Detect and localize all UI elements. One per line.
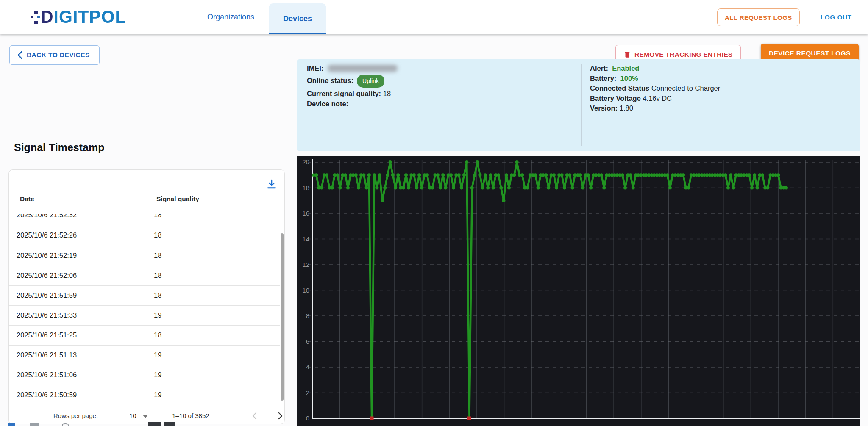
signal-quality-chart: 02468101214161820 — [297, 156, 860, 426]
clipped-icon — [164, 422, 175, 426]
table-row: 2025/10/6 21:51:1319 — [9, 345, 280, 365]
cell-signal-quality: 19 — [154, 391, 161, 399]
cell-signal-quality: 18 — [154, 231, 161, 239]
brand-logo[interactable]: DIGITPOL — [31, 4, 126, 30]
cell-date: 2025/10/6 21:52:26 — [17, 231, 77, 239]
cell-date: 2025/10/6 21:50:59 — [17, 391, 77, 399]
tab-organizations[interactable]: Organizations — [193, 0, 269, 34]
back-to-devices-button[interactable]: BACK TO DEVICES — [9, 45, 100, 65]
table-row: 2025/10/6 21:51:3319 — [9, 305, 280, 325]
device-note-label: Device note: — [307, 100, 348, 108]
cell-signal-quality: 19 — [154, 311, 161, 319]
trash-icon — [623, 50, 631, 59]
uplink-status-badge: Uplink — [357, 75, 384, 88]
clipped-icon — [8, 423, 15, 426]
battery-voltage-label: Battery Voltage — [590, 94, 641, 102]
table-header-row: Date Signal quality — [9, 186, 284, 214]
rows-per-page-label: Rows per page: — [53, 412, 98, 419]
online-status-row: Online status:Uplink — [307, 75, 398, 88]
column-header-signal-quality[interactable]: Signal quality — [156, 195, 199, 203]
chart-canvas[interactable]: 02468101214161820 — [297, 156, 860, 426]
table-row: 2025/10/6 21:51:0619 — [9, 365, 280, 385]
device-info-left-column: IMEI: Online status:Uplink Current signa… — [307, 64, 398, 109]
cell-date: 2025/10/6 21:51:25 — [17, 331, 77, 339]
battery-voltage-value: 4.16v DC — [643, 94, 672, 102]
signal-timestamp-title: Signal Timestamp — [14, 141, 105, 154]
table-row: 2025/10/6 21:51:2518 — [9, 325, 280, 345]
back-to-devices-label: BACK TO DEVICES — [27, 51, 90, 59]
cell-date: 2025/10/6 21:52:06 — [17, 271, 77, 279]
cell-signal-quality: 18 — [154, 291, 161, 299]
imei-row: IMEI: — [307, 64, 398, 74]
device-info-right-column: Alert: Enabled Battery: 100% Connected S… — [590, 64, 720, 113]
info-panel-divider — [581, 64, 582, 146]
cell-date: 2025/10/6 21:51:06 — [17, 371, 77, 379]
main-nav-tabs: Organizations Devices — [193, 0, 326, 34]
svg-text:18: 18 — [302, 184, 309, 191]
logo-pixel-dots-icon — [31, 7, 40, 27]
signal-quality-label: Current signal quality: — [307, 90, 381, 97]
column-header-date[interactable]: Date — [20, 195, 34, 203]
battery-voltage-row: Battery Voltage 4.16v DC — [590, 94, 720, 104]
table-row: 2025/10/6 21:52:32 18 — [9, 214, 280, 225]
version-row: Version: 1.80 — [590, 103, 720, 113]
svg-text:6: 6 — [306, 338, 309, 345]
battery-value: 100% — [620, 75, 638, 82]
cell-date: 2025/10/6 21:52:32 — [17, 214, 77, 219]
remove-tracking-entries-label: REMOVE TRACKING ENTRIES — [634, 51, 733, 58]
device-note-row: Device note: — [307, 99, 398, 109]
alert-row: Alert: Enabled — [590, 64, 720, 74]
caret-down-icon[interactable] — [143, 415, 148, 418]
imei-value-redacted — [328, 65, 398, 72]
clipped-icon — [148, 422, 161, 426]
signal-timestamp-card: Date Signal quality 2025/10/6 21:52:32 1… — [8, 169, 285, 424]
alert-value: Enabled — [612, 64, 639, 72]
connected-status-label: Connected Status — [590, 84, 649, 92]
clipped-icon — [30, 423, 39, 426]
connected-status-row: Connected Status Connected to Charger — [590, 83, 720, 94]
signal-quality-row: Current signal quality: 18 — [307, 89, 398, 99]
battery-row: Battery: 100% — [590, 74, 720, 84]
table-row: 2025/10/6 21:50:5919 — [9, 385, 280, 405]
imei-label: IMEI: — [307, 64, 323, 72]
connected-status-value: Connected to Charger — [651, 84, 720, 92]
cell-date: 2025/10/6 21:52:19 — [17, 252, 77, 260]
app-header: DIGITPOL Organizations Devices ALL REQUE… — [0, 0, 868, 34]
chevron-left-icon — [17, 50, 23, 60]
column-separator — [279, 194, 279, 205]
cell-date: 2025/10/6 21:51:13 — [17, 351, 77, 359]
rows-per-page-select[interactable]: 10 — [129, 412, 136, 419]
table-row: 2025/10/6 21:52:2618 — [9, 226, 280, 246]
all-request-logs-button[interactable]: ALL REQUEST LOGS — [717, 8, 800, 26]
tab-devices[interactable]: Devices — [269, 3, 326, 34]
log-out-button[interactable]: LOG OUT — [817, 8, 855, 26]
clipped-table-row: 2025/10/6 21:52:32 18 — [9, 214, 280, 226]
column-separator — [147, 194, 147, 205]
next-page-button[interactable] — [274, 409, 285, 422]
table-pagination: Rows per page: 10 1–10 of 3852 — [9, 406, 284, 424]
svg-text:20: 20 — [302, 158, 309, 166]
cell-signal-quality: 18 — [154, 331, 161, 339]
alert-label: Alert: — [590, 64, 608, 72]
svg-text:14: 14 — [302, 235, 309, 243]
cell-signal-quality: 18 — [154, 214, 161, 219]
svg-text:8: 8 — [306, 312, 309, 319]
online-status-label: Online status: — [307, 77, 353, 84]
table-body: 2025/10/6 21:52:26182025/10/6 21:52:1918… — [9, 226, 280, 405]
pagination-range-label: 1–10 of 3852 — [172, 412, 209, 419]
table-row: 2025/10/6 21:52:0618 — [9, 266, 280, 285]
battery-label: Battery: — [590, 75, 616, 82]
cell-signal-quality: 19 — [154, 351, 161, 359]
previous-page-button[interactable] — [248, 409, 261, 422]
svg-text:10: 10 — [302, 287, 309, 294]
cell-signal-quality: 18 — [154, 252, 161, 260]
table-scrollbar-thumb[interactable] — [281, 233, 284, 401]
clipped-icon — [62, 423, 69, 426]
table-row: 2025/10/6 21:51:5918 — [9, 285, 280, 305]
table-row: 2025/10/6 21:52:1918 — [9, 246, 280, 266]
cell-date: 2025/10/6 21:51:59 — [17, 291, 77, 299]
cell-signal-quality: 19 — [154, 371, 161, 379]
cell-date: 2025/10/6 21:51:33 — [17, 311, 77, 319]
version-label: Version: — [590, 104, 618, 112]
version-value: 1.80 — [620, 104, 633, 112]
